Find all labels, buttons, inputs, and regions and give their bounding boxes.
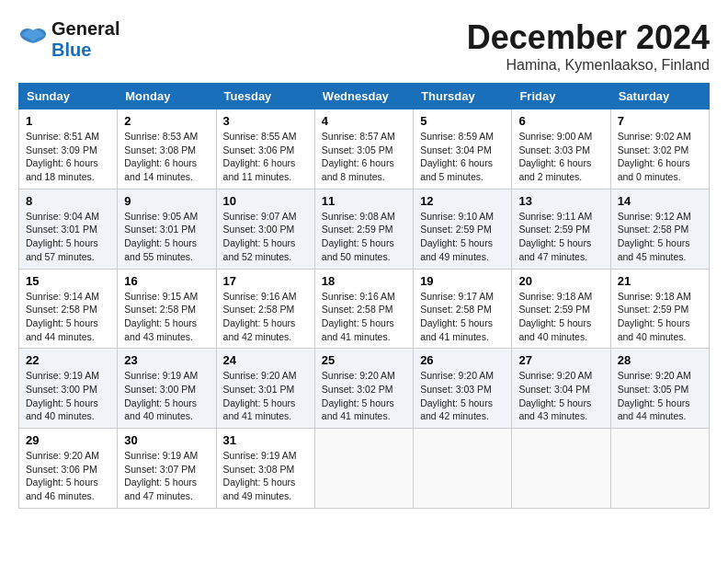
calendar-cell: 15 Sunrise: 9:14 AMSunset: 2:58 PMDaylig… <box>19 269 118 349</box>
col-monday: Monday <box>118 84 216 109</box>
day-info: Sunrise: 9:19 AMSunset: 3:07 PMDaylight:… <box>124 450 198 501</box>
day-info: Sunrise: 9:04 AMSunset: 3:01 PMDaylight:… <box>26 211 99 262</box>
calendar-week-row: 29 Sunrise: 9:20 AMSunset: 3:06 PMDaylig… <box>19 429 710 509</box>
day-info: Sunrise: 9:20 AMSunset: 3:06 PMDaylight:… <box>26 450 99 501</box>
day-info: Sunrise: 9:11 AMSunset: 2:59 PMDaylight:… <box>518 211 592 262</box>
col-friday: Friday <box>512 84 610 109</box>
calendar-header-row: Sunday Monday Tuesday Wednesday Thursday… <box>19 84 710 109</box>
calendar-cell: 5 Sunrise: 8:59 AMSunset: 3:04 PMDayligh… <box>414 109 512 190</box>
day-info: Sunrise: 9:05 AMSunset: 3:01 PMDaylight:… <box>124 211 198 262</box>
day-number: 10 <box>223 194 308 208</box>
calendar-cell: 11 Sunrise: 9:08 AMSunset: 2:59 PMDaylig… <box>314 189 413 269</box>
day-number: 19 <box>420 274 505 288</box>
calendar-cell: 7 Sunrise: 9:02 AMSunset: 3:02 PMDayligh… <box>610 109 709 190</box>
day-info: Sunrise: 9:20 AMSunset: 3:04 PMDaylight:… <box>518 370 592 421</box>
calendar-week-row: 15 Sunrise: 9:14 AMSunset: 2:58 PMDaylig… <box>19 269 710 349</box>
calendar-cell: 17 Sunrise: 9:16 AMSunset: 2:58 PMDaylig… <box>216 269 314 349</box>
logo-blue-text: Blue <box>51 40 91 60</box>
col-saturday: Saturday <box>610 84 709 109</box>
logo: General Blue <box>18 18 119 61</box>
day-number: 5 <box>420 114 505 128</box>
day-number: 31 <box>223 433 308 447</box>
calendar-cell: 13 Sunrise: 9:11 AMSunset: 2:59 PMDaylig… <box>512 189 610 269</box>
day-number: 18 <box>322 274 406 288</box>
day-number: 29 <box>26 433 110 447</box>
calendar-cell: 19 Sunrise: 9:17 AMSunset: 2:58 PMDaylig… <box>414 269 512 349</box>
calendar-cell: 1 Sunrise: 8:51 AMSunset: 3:09 PMDayligh… <box>19 109 118 190</box>
day-number: 11 <box>322 194 406 208</box>
day-info: Sunrise: 9:19 AMSunset: 3:00 PMDaylight:… <box>124 370 198 421</box>
month-title: December 2024 <box>467 18 710 57</box>
day-info: Sunrise: 9:14 AMSunset: 2:58 PMDaylight:… <box>26 291 99 342</box>
logo-bird-icon <box>18 27 48 52</box>
day-number: 1 <box>26 114 110 128</box>
calendar-cell <box>512 429 610 509</box>
day-number: 2 <box>124 114 209 128</box>
day-number: 27 <box>518 353 603 367</box>
calendar-cell <box>414 429 512 509</box>
calendar-week-row: 22 Sunrise: 9:19 AMSunset: 3:00 PMDaylig… <box>19 349 710 429</box>
day-info: Sunrise: 9:20 AMSunset: 3:05 PMDaylight:… <box>618 370 691 421</box>
day-info: Sunrise: 9:16 AMSunset: 2:58 PMDaylight:… <box>223 291 297 342</box>
day-number: 25 <box>322 353 406 367</box>
day-number: 7 <box>618 114 702 128</box>
col-thursday: Thursday <box>414 84 512 109</box>
day-number: 20 <box>518 274 603 288</box>
day-number: 23 <box>124 353 209 367</box>
day-number: 6 <box>518 114 603 128</box>
calendar-cell <box>314 429 413 509</box>
calendar-cell: 24 Sunrise: 9:20 AMSunset: 3:01 PMDaylig… <box>216 349 314 429</box>
day-number: 22 <box>26 353 110 367</box>
calendar-cell: 29 Sunrise: 9:20 AMSunset: 3:06 PMDaylig… <box>19 429 118 509</box>
day-info: Sunrise: 9:07 AMSunset: 3:00 PMDaylight:… <box>223 211 297 262</box>
day-number: 16 <box>124 274 209 288</box>
day-info: Sunrise: 8:57 AMSunset: 3:05 PMDaylight:… <box>322 131 395 182</box>
day-info: Sunrise: 9:19 AMSunset: 3:00 PMDaylight:… <box>26 370 99 421</box>
day-info: Sunrise: 9:20 AMSunset: 3:02 PMDaylight:… <box>322 370 395 421</box>
day-info: Sunrise: 8:51 AMSunset: 3:09 PMDaylight:… <box>26 131 99 182</box>
day-info: Sunrise: 8:59 AMSunset: 3:04 PMDaylight:… <box>420 131 494 182</box>
col-wednesday: Wednesday <box>314 84 413 109</box>
day-info: Sunrise: 9:15 AMSunset: 2:58 PMDaylight:… <box>124 291 198 342</box>
calendar-cell: 10 Sunrise: 9:07 AMSunset: 3:00 PMDaylig… <box>216 189 314 269</box>
logo-general-text: General <box>51 18 119 39</box>
day-number: 13 <box>518 194 603 208</box>
day-number: 14 <box>618 194 702 208</box>
calendar-week-row: 8 Sunrise: 9:04 AMSunset: 3:01 PMDayligh… <box>19 189 710 269</box>
calendar-cell: 4 Sunrise: 8:57 AMSunset: 3:05 PMDayligh… <box>314 109 413 190</box>
day-info: Sunrise: 9:00 AMSunset: 3:03 PMDaylight:… <box>518 131 592 182</box>
calendar-cell <box>610 429 709 509</box>
calendar-cell: 14 Sunrise: 9:12 AMSunset: 2:58 PMDaylig… <box>610 189 709 269</box>
calendar-cell: 22 Sunrise: 9:19 AMSunset: 3:00 PMDaylig… <box>19 349 118 429</box>
day-info: Sunrise: 9:18 AMSunset: 2:59 PMDaylight:… <box>618 291 691 342</box>
day-number: 17 <box>223 274 308 288</box>
calendar-cell: 16 Sunrise: 9:15 AMSunset: 2:58 PMDaylig… <box>118 269 216 349</box>
day-number: 8 <box>26 194 110 208</box>
day-info: Sunrise: 9:17 AMSunset: 2:58 PMDaylight:… <box>420 291 494 342</box>
calendar-cell: 21 Sunrise: 9:18 AMSunset: 2:59 PMDaylig… <box>610 269 709 349</box>
day-info: Sunrise: 8:55 AMSunset: 3:06 PMDaylight:… <box>223 131 297 182</box>
day-number: 9 <box>124 194 209 208</box>
day-number: 15 <box>26 274 110 288</box>
day-number: 26 <box>420 353 505 367</box>
day-info: Sunrise: 9:20 AMSunset: 3:01 PMDaylight:… <box>223 370 297 421</box>
day-info: Sunrise: 9:18 AMSunset: 2:59 PMDaylight:… <box>518 291 592 342</box>
calendar-cell: 18 Sunrise: 9:16 AMSunset: 2:58 PMDaylig… <box>314 269 413 349</box>
calendar-cell: 23 Sunrise: 9:19 AMSunset: 3:00 PMDaylig… <box>118 349 216 429</box>
day-info: Sunrise: 9:16 AMSunset: 2:58 PMDaylight:… <box>322 291 395 342</box>
calendar-cell: 28 Sunrise: 9:20 AMSunset: 3:05 PMDaylig… <box>610 349 709 429</box>
day-number: 3 <box>223 114 308 128</box>
day-info: Sunrise: 9:08 AMSunset: 2:59 PMDaylight:… <box>322 211 395 262</box>
calendar-cell: 3 Sunrise: 8:55 AMSunset: 3:06 PMDayligh… <box>216 109 314 190</box>
calendar-cell: 26 Sunrise: 9:20 AMSunset: 3:03 PMDaylig… <box>414 349 512 429</box>
day-info: Sunrise: 9:10 AMSunset: 2:59 PMDaylight:… <box>420 211 494 262</box>
calendar-cell: 6 Sunrise: 9:00 AMSunset: 3:03 PMDayligh… <box>512 109 610 190</box>
calendar-week-row: 1 Sunrise: 8:51 AMSunset: 3:09 PMDayligh… <box>19 109 710 190</box>
day-number: 30 <box>124 433 209 447</box>
calendar-cell: 2 Sunrise: 8:53 AMSunset: 3:08 PMDayligh… <box>118 109 216 190</box>
day-number: 28 <box>618 353 702 367</box>
calendar-cell: 27 Sunrise: 9:20 AMSunset: 3:04 PMDaylig… <box>512 349 610 429</box>
title-area: December 2024 Hamina, Kymenlaakso, Finla… <box>467 18 710 74</box>
day-info: Sunrise: 9:19 AMSunset: 3:08 PMDaylight:… <box>223 450 297 501</box>
header: General Blue December 2024 Hamina, Kymen… <box>18 18 710 74</box>
